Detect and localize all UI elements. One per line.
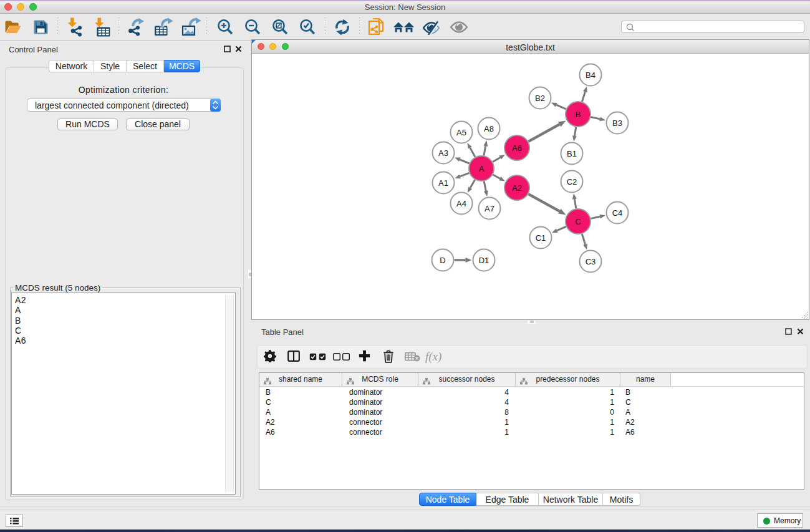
svg-text:B3: B3 — [612, 118, 622, 128]
svg-text:A4: A4 — [456, 199, 466, 208]
svg-text:C1: C1 — [536, 233, 546, 243]
svg-text:C: C — [575, 217, 581, 226]
svg-text:C4: C4 — [612, 208, 623, 218]
svg-text:A8: A8 — [484, 124, 494, 133]
svg-text:A5: A5 — [456, 128, 466, 137]
svg-text:A6: A6 — [512, 143, 522, 153]
svg-text:C3: C3 — [586, 257, 596, 266]
svg-text:A: A — [479, 164, 485, 173]
svg-text:C2: C2 — [567, 177, 577, 186]
svg-text:D: D — [440, 256, 445, 265]
svg-text:D1: D1 — [479, 256, 489, 265]
svg-text:A3: A3 — [438, 148, 448, 158]
svg-text:B2: B2 — [535, 94, 545, 103]
svg-text:B: B — [576, 110, 581, 119]
svg-text:A2: A2 — [512, 183, 522, 193]
svg-text:B4: B4 — [586, 70, 595, 80]
svg-text:B1: B1 — [567, 149, 577, 158]
svg-text:A7: A7 — [485, 204, 494, 213]
svg-text:A1: A1 — [438, 178, 448, 188]
